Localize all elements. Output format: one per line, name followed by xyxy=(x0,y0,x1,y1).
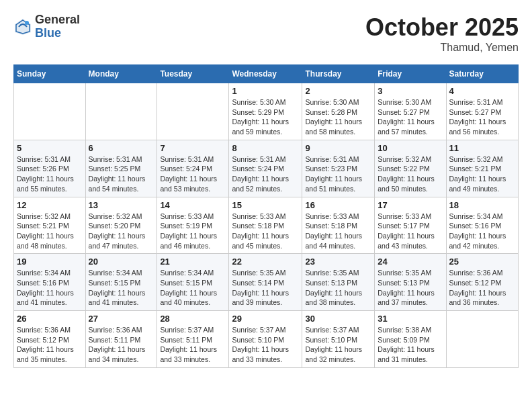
calendar-cell xyxy=(14,83,86,140)
day-number: 31 xyxy=(378,314,443,324)
day-number: 10 xyxy=(378,143,443,153)
day-number: 28 xyxy=(160,314,226,324)
calendar-cell: 24Sunrise: 5:35 AM Sunset: 5:13 PM Dayli… xyxy=(375,254,446,311)
calendar-cell xyxy=(157,83,229,140)
logo: General Blue xyxy=(13,13,80,40)
month-title: October 2025 xyxy=(365,13,519,42)
day-info: Sunrise: 5:36 AM Sunset: 5:12 PM Dayligh… xyxy=(17,325,83,365)
calendar-week-row: 26Sunrise: 5:36 AM Sunset: 5:12 PM Dayli… xyxy=(14,311,519,368)
day-info: Sunrise: 5:30 AM Sunset: 5:28 PM Dayligh… xyxy=(305,97,371,137)
day-info: Sunrise: 5:34 AM Sunset: 5:16 PM Dayligh… xyxy=(449,212,515,251)
day-number: 30 xyxy=(305,314,371,324)
calendar-cell: 28Sunrise: 5:37 AM Sunset: 5:11 PM Dayli… xyxy=(157,311,229,368)
day-number: 9 xyxy=(305,143,371,153)
calendar-cell: 2Sunrise: 5:30 AM Sunset: 5:28 PM Daylig… xyxy=(302,83,375,140)
calendar-cell: 16Sunrise: 5:33 AM Sunset: 5:18 PM Dayli… xyxy=(302,197,375,254)
day-info: Sunrise: 5:34 AM Sunset: 5:15 PM Dayligh… xyxy=(160,268,226,308)
day-info: Sunrise: 5:35 AM Sunset: 5:14 PM Dayligh… xyxy=(232,268,299,308)
day-number: 13 xyxy=(89,200,154,210)
calendar-week-row: 12Sunrise: 5:32 AM Sunset: 5:21 PM Dayli… xyxy=(14,197,519,254)
day-number: 8 xyxy=(232,143,299,153)
day-number: 22 xyxy=(232,257,299,267)
day-number: 26 xyxy=(17,314,83,324)
day-info: Sunrise: 5:33 AM Sunset: 5:19 PM Dayligh… xyxy=(160,212,226,251)
day-number: 4 xyxy=(449,86,515,96)
day-number: 20 xyxy=(89,257,154,267)
calendar-cell: 22Sunrise: 5:35 AM Sunset: 5:14 PM Dayli… xyxy=(229,254,302,311)
calendar-cell: 1Sunrise: 5:30 AM Sunset: 5:29 PM Daylig… xyxy=(229,83,302,140)
day-info: Sunrise: 5:34 AM Sunset: 5:15 PM Dayligh… xyxy=(89,268,154,308)
location: Thamud, Yemen xyxy=(365,42,519,54)
day-number: 2 xyxy=(305,86,371,96)
calendar-week-row: 5Sunrise: 5:31 AM Sunset: 5:26 PM Daylig… xyxy=(14,140,519,197)
day-info: Sunrise: 5:36 AM Sunset: 5:12 PM Dayligh… xyxy=(449,268,515,308)
day-number: 12 xyxy=(17,200,83,210)
day-number: 24 xyxy=(378,257,443,267)
title-block: October 2025 Thamud, Yemen xyxy=(365,13,519,54)
day-number: 5 xyxy=(17,143,83,153)
day-info: Sunrise: 5:31 AM Sunset: 5:26 PM Dayligh… xyxy=(17,154,83,194)
day-info: Sunrise: 5:37 AM Sunset: 5:10 PM Dayligh… xyxy=(232,325,299,365)
calendar-week-row: 19Sunrise: 5:34 AM Sunset: 5:16 PM Dayli… xyxy=(14,254,519,311)
day-info: Sunrise: 5:35 AM Sunset: 5:13 PM Dayligh… xyxy=(378,268,443,308)
calendar-cell: 27Sunrise: 5:36 AM Sunset: 5:11 PM Dayli… xyxy=(85,311,157,368)
calendar-cell: 9Sunrise: 5:31 AM Sunset: 5:23 PM Daylig… xyxy=(302,140,375,197)
calendar-cell: 26Sunrise: 5:36 AM Sunset: 5:12 PM Dayli… xyxy=(14,311,86,368)
day-info: Sunrise: 5:30 AM Sunset: 5:27 PM Dayligh… xyxy=(378,97,443,137)
day-number: 3 xyxy=(378,86,443,96)
day-info: Sunrise: 5:31 AM Sunset: 5:27 PM Dayligh… xyxy=(449,97,515,137)
calendar-cell: 6Sunrise: 5:31 AM Sunset: 5:25 PM Daylig… xyxy=(85,140,157,197)
svg-point-2 xyxy=(25,21,29,25)
calendar-cell: 8Sunrise: 5:31 AM Sunset: 5:24 PM Daylig… xyxy=(229,140,302,197)
day-number: 15 xyxy=(232,200,299,210)
calendar-cell: 29Sunrise: 5:37 AM Sunset: 5:10 PM Dayli… xyxy=(229,311,302,368)
day-info: Sunrise: 5:32 AM Sunset: 5:21 PM Dayligh… xyxy=(17,212,83,251)
calendar-cell: 5Sunrise: 5:31 AM Sunset: 5:26 PM Daylig… xyxy=(14,140,86,197)
day-info: Sunrise: 5:32 AM Sunset: 5:22 PM Dayligh… xyxy=(378,154,443,194)
logo-general: General xyxy=(35,13,80,27)
day-number: 25 xyxy=(449,257,515,267)
day-info: Sunrise: 5:32 AM Sunset: 5:21 PM Dayligh… xyxy=(449,154,515,194)
day-number: 14 xyxy=(160,200,226,210)
col-header-sunday: Sunday xyxy=(14,65,86,83)
calendar-cell: 25Sunrise: 5:36 AM Sunset: 5:12 PM Dayli… xyxy=(446,254,518,311)
day-number: 7 xyxy=(160,143,226,153)
col-header-friday: Friday xyxy=(375,65,446,83)
day-info: Sunrise: 5:30 AM Sunset: 5:29 PM Dayligh… xyxy=(232,97,299,137)
day-info: Sunrise: 5:31 AM Sunset: 5:24 PM Dayligh… xyxy=(232,154,299,194)
day-info: Sunrise: 5:35 AM Sunset: 5:13 PM Dayligh… xyxy=(305,268,371,308)
day-info: Sunrise: 5:31 AM Sunset: 5:23 PM Dayligh… xyxy=(305,154,371,194)
logo-text: General Blue xyxy=(35,13,80,40)
calendar-cell: 13Sunrise: 5:32 AM Sunset: 5:20 PM Dayli… xyxy=(85,197,157,254)
day-number: 19 xyxy=(17,257,83,267)
calendar-cell: 3Sunrise: 5:30 AM Sunset: 5:27 PM Daylig… xyxy=(375,83,446,140)
calendar-cell: 20Sunrise: 5:34 AM Sunset: 5:15 PM Dayli… xyxy=(85,254,157,311)
calendar-cell: 12Sunrise: 5:32 AM Sunset: 5:21 PM Dayli… xyxy=(14,197,86,254)
calendar-header-row: SundayMondayTuesdayWednesdayThursdayFrid… xyxy=(14,65,519,83)
day-number: 18 xyxy=(449,200,515,210)
day-info: Sunrise: 5:37 AM Sunset: 5:10 PM Dayligh… xyxy=(305,325,371,365)
col-header-saturday: Saturday xyxy=(446,65,518,83)
logo-icon xyxy=(13,17,32,36)
calendar-cell xyxy=(85,83,157,140)
day-number: 11 xyxy=(449,143,515,153)
calendar-cell: 19Sunrise: 5:34 AM Sunset: 5:16 PM Dayli… xyxy=(14,254,86,311)
calendar-table: SundayMondayTuesdayWednesdayThursdayFrid… xyxy=(13,64,519,368)
calendar-cell: 30Sunrise: 5:37 AM Sunset: 5:10 PM Dayli… xyxy=(302,311,375,368)
day-info: Sunrise: 5:31 AM Sunset: 5:25 PM Dayligh… xyxy=(89,154,154,194)
calendar-cell: 11Sunrise: 5:32 AM Sunset: 5:21 PM Dayli… xyxy=(446,140,518,197)
day-info: Sunrise: 5:33 AM Sunset: 5:18 PM Dayligh… xyxy=(305,212,371,251)
day-number: 16 xyxy=(305,200,371,210)
calendar-cell: 10Sunrise: 5:32 AM Sunset: 5:22 PM Dayli… xyxy=(375,140,446,197)
svg-marker-0 xyxy=(15,19,31,35)
calendar-cell xyxy=(446,311,518,368)
day-info: Sunrise: 5:33 AM Sunset: 5:17 PM Dayligh… xyxy=(378,212,443,251)
col-header-monday: Monday xyxy=(85,65,157,83)
calendar-week-row: 1Sunrise: 5:30 AM Sunset: 5:29 PM Daylig… xyxy=(14,83,519,140)
day-info: Sunrise: 5:32 AM Sunset: 5:20 PM Dayligh… xyxy=(89,212,154,251)
day-info: Sunrise: 5:34 AM Sunset: 5:16 PM Dayligh… xyxy=(17,268,83,308)
calendar-cell: 17Sunrise: 5:33 AM Sunset: 5:17 PM Dayli… xyxy=(375,197,446,254)
day-info: Sunrise: 5:37 AM Sunset: 5:11 PM Dayligh… xyxy=(160,325,226,365)
day-info: Sunrise: 5:31 AM Sunset: 5:24 PM Dayligh… xyxy=(160,154,226,194)
col-header-wednesday: Wednesday xyxy=(229,65,302,83)
